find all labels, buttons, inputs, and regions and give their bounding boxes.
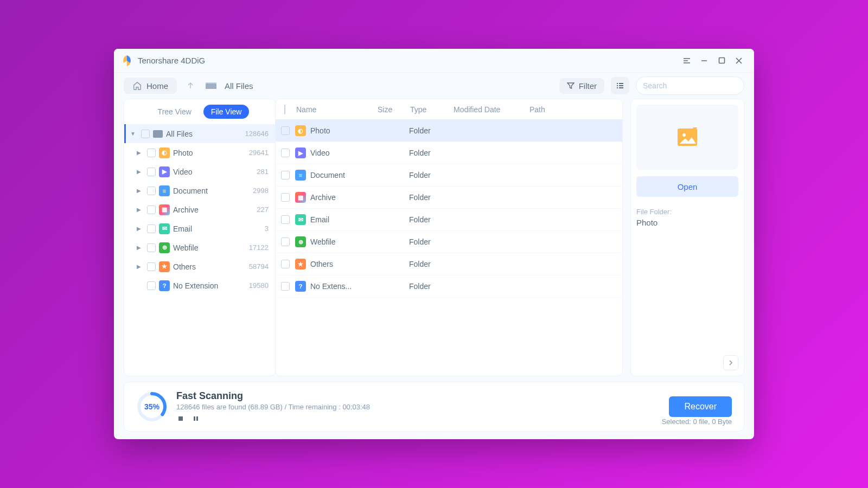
tree-label: Photo (173, 149, 249, 157)
col-type[interactable]: Type (410, 105, 454, 114)
col-name[interactable]: Name (296, 105, 378, 114)
tree-count: 227 (257, 206, 269, 214)
tree-count: 29641 (249, 149, 269, 157)
svg-rect-1 (206, 84, 216, 89)
detail-folder-value: Photo (636, 218, 738, 227)
tree-label: Webfile (173, 243, 249, 252)
tab-file-view[interactable]: File View (203, 105, 250, 119)
checkbox[interactable] (281, 171, 290, 179)
checkbox[interactable] (147, 224, 156, 233)
selected-info: Selected: 0 file, 0 Byte (662, 418, 732, 426)
close-icon[interactable] (730, 52, 748, 69)
tree-item[interactable]: ▶◐Photo29641 (124, 143, 275, 162)
file-type: Folder (409, 215, 452, 224)
checkbox[interactable] (147, 206, 156, 214)
tree-item[interactable]: ▶⊕Webfile17122 (124, 238, 275, 257)
web-icon: ⊕ (159, 242, 170, 253)
select-all-checkbox[interactable] (284, 105, 285, 114)
checkbox[interactable] (281, 193, 290, 202)
checkbox[interactable] (147, 168, 156, 176)
svg-rect-9 (194, 416, 195, 421)
chevron-right-icon[interactable]: ▶ (134, 264, 144, 269)
file-name: Photo (310, 126, 376, 135)
web-icon: ⊕ (295, 236, 306, 247)
file-row[interactable]: ⊕WebfileFolder (276, 231, 622, 253)
detail-folder-label: File Folder: (636, 208, 738, 216)
checkbox[interactable] (281, 126, 290, 135)
tree-count: 281 (257, 168, 269, 176)
chevron-right-icon[interactable]: ▶ (134, 150, 144, 156)
col-path[interactable]: Path (529, 105, 617, 114)
app-title: Tenorshare 4DDiG (138, 56, 205, 65)
column-headers: Name Size Type Modified Date Path (276, 99, 622, 120)
checkbox[interactable] (147, 281, 156, 290)
col-modified[interactable]: Modified Date (454, 105, 529, 114)
checkbox[interactable] (281, 149, 290, 157)
checkbox[interactable] (147, 243, 156, 252)
list-icon (616, 81, 624, 90)
chevron-right-icon[interactable]: ▶ (134, 226, 144, 232)
chevron-right-icon[interactable]: ▶ (134, 169, 144, 175)
pause-button[interactable] (192, 414, 200, 423)
tree-label: Document (173, 187, 253, 195)
file-type: Folder (409, 171, 452, 179)
tree-item[interactable]: ▶★Others58794 (124, 257, 275, 276)
checkbox[interactable] (281, 282, 290, 291)
checkbox[interactable] (281, 215, 290, 224)
recover-button[interactable]: Recover (669, 396, 732, 417)
file-row[interactable]: ✉EmailFolder (276, 209, 622, 231)
scan-title: Fast Scanning (176, 390, 669, 402)
other-icon: ★ (159, 261, 170, 272)
file-row[interactable]: ▦ArchiveFolder (276, 187, 622, 209)
file-name: Archive (310, 193, 376, 202)
checkbox[interactable] (141, 130, 150, 138)
file-row[interactable]: ◐PhotoFolder (276, 120, 622, 142)
search-box[interactable] (636, 76, 744, 95)
file-row[interactable]: ≡DocumentFolder (276, 164, 622, 187)
other-icon: ★ (295, 259, 306, 269)
checkbox[interactable] (147, 262, 156, 271)
tree-item[interactable]: ?No Extension19580 (124, 276, 275, 295)
up-arrow-icon[interactable] (183, 79, 197, 93)
doc-icon: ≡ (159, 185, 170, 196)
file-type: Folder (409, 126, 452, 135)
tree-item[interactable]: ▶▶Video281 (124, 162, 275, 181)
checkbox[interactable] (147, 149, 156, 157)
menu-icon[interactable] (678, 52, 695, 69)
tree-root-all-files[interactable]: ▼ All Files 128646 (124, 124, 275, 143)
breadcrumb[interactable]: All Files (225, 81, 253, 91)
tree-label: Archive (173, 206, 257, 214)
file-row[interactable]: ?No Extens...Folder (276, 275, 622, 298)
home-button[interactable]: Home (124, 78, 177, 94)
search-input[interactable] (643, 81, 738, 90)
chevron-right-icon[interactable]: ▶ (134, 245, 144, 251)
list-view-toggle[interactable] (611, 77, 629, 94)
filter-label: Filter (579, 81, 597, 91)
scan-info: Fast Scanning 128646 files are found (68… (176, 390, 669, 423)
minimize-icon[interactable] (695, 52, 713, 69)
chevron-down-icon[interactable]: ▼ (128, 131, 138, 137)
file-row[interactable]: ★OthersFolder (276, 253, 622, 275)
tree-count: 17122 (249, 243, 269, 252)
file-list-panel: Name Size Type Modified Date Path ◐Photo… (275, 99, 623, 376)
collapse-detail-button[interactable] (723, 355, 738, 370)
file-row[interactable]: ▶VideoFolder (276, 142, 622, 164)
tree-item[interactable]: ▶▦Archive227 (124, 200, 275, 219)
tab-tree-view[interactable]: Tree View (150, 105, 199, 119)
open-button[interactable]: Open (636, 176, 738, 197)
tree-item[interactable]: ▶✉Email3 (124, 219, 275, 238)
tree-item[interactable]: ▶≡Document2998 (124, 181, 275, 200)
progress-percent: 35% (136, 391, 168, 422)
col-size[interactable]: Size (378, 105, 410, 114)
file-list: ◐PhotoFolder▶VideoFolder≡DocumentFolder▦… (276, 120, 622, 376)
photo-icon: ◐ (159, 147, 170, 158)
maximize-icon[interactable] (713, 52, 730, 69)
chevron-right-icon[interactable]: ▶ (134, 188, 144, 194)
filter-button[interactable]: Filter (559, 78, 604, 94)
checkbox[interactable] (281, 260, 290, 268)
file-name: Webfile (310, 237, 376, 246)
stop-button[interactable] (176, 414, 185, 423)
chevron-right-icon[interactable]: ▶ (134, 207, 144, 213)
checkbox[interactable] (281, 237, 290, 246)
checkbox[interactable] (147, 187, 156, 195)
